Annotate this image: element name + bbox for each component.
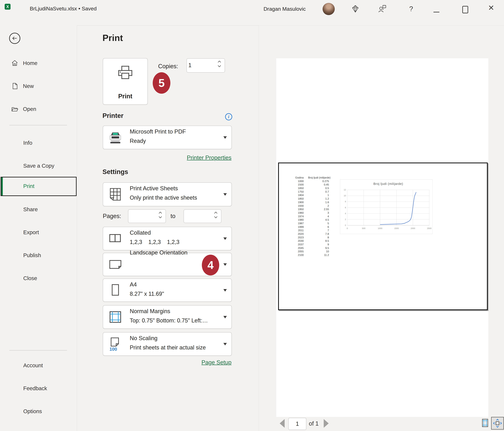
svg-text:500: 500 bbox=[362, 227, 365, 229]
table-row: 19001.6 bbox=[294, 201, 331, 204]
copies-stepper[interactable] bbox=[187, 58, 225, 73]
previous-page-button[interactable] bbox=[280, 419, 285, 428]
sidebar-item-close[interactable]: Close bbox=[23, 275, 37, 281]
back-button[interactable] bbox=[9, 33, 20, 44]
annotation-step-badge-5: 5 bbox=[153, 72, 170, 94]
backstage-sidebar: Home New Open Info Save a Copy Print bbox=[0, 26, 77, 431]
stepper-arrows[interactable] bbox=[158, 211, 162, 218]
page-number-input[interactable] bbox=[288, 418, 306, 430]
sidebar-item-account[interactable]: Account bbox=[23, 362, 43, 368]
paper-size-dropdown[interactable]: A4 8.27" x 11.69" bbox=[103, 279, 232, 302]
share-presence-icon[interactable] bbox=[378, 4, 387, 14]
dropdown-subtitle: Top: 0.75" Bottom: 0.75" Left:… bbox=[130, 317, 208, 324]
user-name: Dragan Masulovic bbox=[263, 6, 306, 12]
selection-accent-bar bbox=[1, 177, 3, 195]
svg-text:8: 8 bbox=[345, 200, 346, 203]
sidebar-item-feedback[interactable]: Feedback bbox=[23, 385, 47, 391]
next-page-button[interactable] bbox=[324, 419, 329, 428]
sidebar-item-home[interactable]: Home bbox=[0, 59, 77, 67]
preview-table: Godina Broj ljudi (milijarde) 10000.2751… bbox=[294, 176, 331, 257]
svg-text:0: 0 bbox=[345, 224, 346, 226]
stepper-arrows[interactable] bbox=[217, 61, 221, 67]
sidebar-item-open[interactable]: Open bbox=[0, 105, 77, 113]
pages-from-input[interactable] bbox=[130, 211, 153, 222]
minimize-button[interactable] bbox=[433, 12, 439, 12]
stepper-arrows[interactable] bbox=[214, 211, 218, 218]
margins-dropdown[interactable]: Normal Margins Top: 0.75" Bottom: 0.75" … bbox=[103, 305, 232, 329]
show-margins-icon bbox=[480, 418, 490, 428]
copies-input[interactable] bbox=[188, 60, 212, 71]
table-row: 18041 bbox=[294, 193, 331, 197]
table-row: 20238 bbox=[294, 236, 331, 239]
dropdown-subtitle: Print sheets at their actual size bbox=[130, 344, 206, 351]
sidebar-item-share[interactable]: Share bbox=[23, 206, 38, 212]
svg-text:1500: 1500 bbox=[394, 227, 399, 229]
sidebar-item-options[interactable]: Options bbox=[23, 408, 42, 414]
preview-chart: 02468101205001000150020002500Broj ljudi … bbox=[340, 179, 432, 234]
table-row: 18501.2 bbox=[294, 197, 331, 201]
pages-from-stepper[interactable] bbox=[128, 209, 166, 223]
pages-to-input[interactable] bbox=[185, 211, 209, 222]
sidebar-item-info[interactable]: Info bbox=[23, 140, 32, 146]
table-row: 19996 bbox=[294, 225, 331, 229]
table-row: 19302 bbox=[294, 204, 331, 208]
close-button[interactable]: ✕ bbox=[488, 3, 494, 12]
table-row: 210011.2 bbox=[294, 253, 331, 257]
pages-to-stepper[interactable] bbox=[184, 209, 221, 223]
print-what-dropdown[interactable]: Print Active Sheets Only print the activ… bbox=[103, 182, 232, 206]
selected-printer-name: Microsoft Print to PDF bbox=[130, 128, 186, 135]
zoom-to-page-button[interactable] bbox=[491, 417, 504, 430]
margins-icon bbox=[107, 310, 124, 324]
svg-text:2500: 2500 bbox=[427, 227, 432, 229]
new-doc-icon bbox=[11, 83, 18, 90]
maximize-button[interactable] bbox=[462, 6, 468, 13]
sidebar-item-export[interactable]: Export bbox=[23, 229, 39, 235]
table-row: 16500.5 bbox=[294, 187, 331, 190]
page-setup-link[interactable]: Page Setup bbox=[77, 359, 232, 366]
collation-dropdown[interactable]: Collated 1,2,3 1,2,3 1,2,3 bbox=[103, 227, 232, 250]
svg-text:2: 2 bbox=[345, 218, 346, 220]
copies-label: Copies: bbox=[158, 63, 178, 70]
chevron-up-icon bbox=[217, 61, 221, 63]
chevron-up-icon bbox=[158, 211, 162, 214]
scaling-dropdown[interactable]: 100 No Scaling Print sheets at their act… bbox=[103, 332, 232, 356]
help-button[interactable]: ? bbox=[406, 4, 416, 14]
home-icon bbox=[11, 60, 18, 67]
svg-text:2000: 2000 bbox=[411, 227, 415, 229]
chevron-down-icon bbox=[223, 289, 227, 292]
chevron-down-icon bbox=[214, 216, 218, 218]
collated-icon bbox=[107, 231, 124, 246]
sidebar-item-publish[interactable]: Publish bbox=[23, 252, 41, 258]
dropdown-title: Print Active Sheets bbox=[130, 185, 178, 192]
sidebar-item-save-a-copy[interactable]: Save a Copy bbox=[23, 163, 54, 169]
sidebar-item-print-selected[interactable]: Print bbox=[1, 177, 77, 196]
sidebar-item-new[interactable]: New bbox=[0, 82, 77, 91]
user-avatar[interactable] bbox=[323, 3, 335, 15]
scaling-100-icon: 100 bbox=[107, 337, 124, 351]
dropdown-title: A4 bbox=[130, 281, 137, 288]
print-button[interactable]: Print bbox=[103, 58, 148, 105]
table-row: 20459.5 bbox=[294, 247, 331, 250]
chevron-down-icon bbox=[223, 136, 227, 139]
show-margins-button[interactable] bbox=[479, 417, 491, 429]
landscape-page-icon bbox=[107, 257, 124, 272]
pages-to-label: to bbox=[171, 213, 175, 220]
table-row: 19502.55 bbox=[294, 208, 331, 211]
printer-properties-link[interactable]: Printer Properties bbox=[77, 155, 232, 161]
dropdown-title: Landscape Orientation bbox=[130, 249, 188, 256]
sidebar-item-label: Home bbox=[23, 60, 37, 66]
dropdown-title: Normal Margins bbox=[130, 308, 170, 314]
dropdown-subtitle: 1,2,3 1,2,3 1,2,3 bbox=[130, 239, 179, 245]
sidebar-item-label: Print bbox=[23, 183, 34, 189]
sidebar-divider bbox=[9, 125, 67, 125]
info-icon[interactable]: i bbox=[225, 113, 232, 120]
premium-diamond-icon[interactable] bbox=[351, 4, 360, 14]
page-count-label: of 1 bbox=[309, 420, 319, 427]
svg-text:1000: 1000 bbox=[378, 227, 382, 229]
chevron-down-icon bbox=[223, 316, 227, 318]
svg-text:10: 10 bbox=[344, 194, 346, 197]
table-header-row: Godina Broj ljudi (milijarde) bbox=[294, 176, 331, 180]
printer-dropdown[interactable]: Microsoft Print to PDF Ready bbox=[103, 126, 232, 149]
chevron-up-icon bbox=[214, 211, 218, 214]
sidebar-item-label: Open bbox=[23, 106, 36, 112]
